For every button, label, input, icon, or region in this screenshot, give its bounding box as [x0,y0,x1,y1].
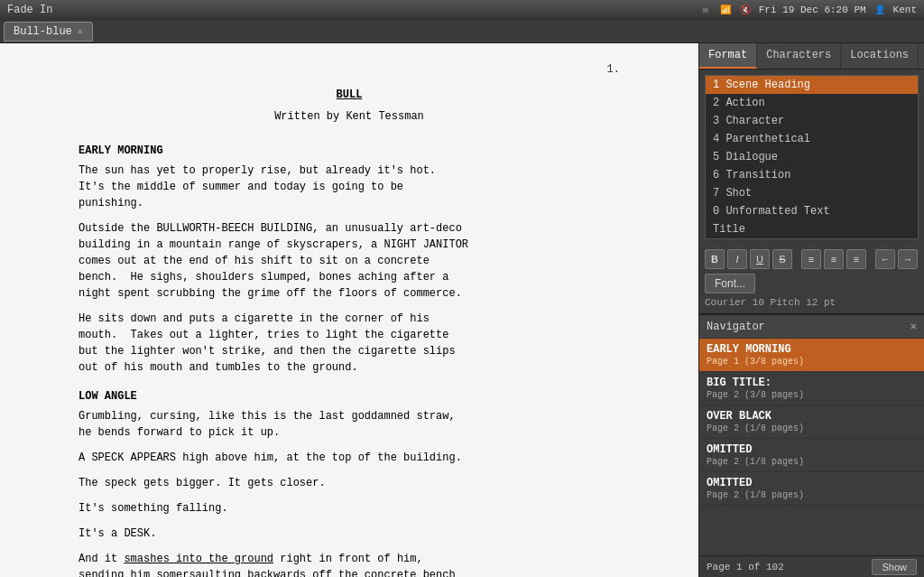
action-5: A SPECK APPEARS high above him, at the t… [79,450,620,466]
indent-increase-button[interactable]: → [898,249,918,269]
tab-characters[interactable]: Characters [757,43,841,69]
nav-item-sub-3: Page 2 (1/8 pages) [707,457,917,467]
main-area: 1. BULL Written by Kent Tessman EARLY MO… [0,43,924,577]
nav-item-4[interactable]: OMITTED Page 2 (1/8 pages) [699,472,924,506]
font-info: Courier 10 Pitch 12 pt [699,297,924,313]
strikethrough-button[interactable]: S [772,249,792,269]
nav-item-title-4: OMITTED [707,477,917,489]
font-button[interactable]: Font... [705,274,755,293]
navigator-title: Navigator [707,321,765,333]
action-2: Outside the BULLWORTH-BEECH BUILDING, an… [79,220,620,302]
panel-tabs: Format Characters Locations Other [699,43,924,70]
format-item-parenthetical[interactable]: 4 Parenthetical [706,130,918,148]
format-toolbar: B I U S ≡ ≡ ≡ ← → [699,245,924,274]
tab-other[interactable]: Other [919,43,924,69]
signal-icon: 📶 [719,4,732,16]
nav-item-3[interactable]: OMITTED Page 2 (1/8 pages) [699,439,924,472]
bottom-bar: Page 1 of 102 Show [699,555,924,577]
format-item-action[interactable]: 2 Action [706,94,918,112]
nav-item-sub-2: Page 2 (1/8 pages) [707,423,917,433]
action-9: And it smashes into the ground right in … [79,551,620,577]
format-item-shot[interactable]: 7 Shot [706,184,918,202]
user-icon: 👤 [873,4,886,16]
title-bar-right: ✉ 📶 🔇 Fri 19 Dec 6:20 PM 👤 Kent [699,4,917,16]
right-panel: Format Characters Locations Other 1 Scen… [698,43,924,577]
indent-decrease-button[interactable]: ← [875,249,895,269]
nav-item-sub-4: Page 2 (1/8 pages) [707,490,917,500]
tab-bar: Bull-blue ✕ [0,20,924,43]
format-item-character[interactable]: 3 Character [706,112,918,130]
format-item-scene-heading[interactable]: 1 Scene Heading [706,76,918,94]
title-bar: Fade In ✉ 📶 🔇 Fri 19 Dec 6:20 PM 👤 Kent [0,0,924,20]
tab-locations[interactable]: Locations [841,43,919,69]
action-1: The sun has yet to properly rise, but al… [79,163,620,211]
format-item-unformatted[interactable]: 0 Unformatted Text [706,202,918,220]
script-title: BULL [79,87,620,103]
nav-item-sub-1: Page 2 (3/8 pages) [707,390,917,400]
document-tab[interactable]: Bull-blue ✕ [4,22,93,42]
action-6: The speck gets bigger. It gets closer. [79,475,620,491]
underline-button[interactable]: U [750,249,770,269]
action-7: It's something falling. [79,500,620,517]
format-list: 1 Scene Heading 2 Action 3 Character 4 P… [705,75,919,239]
page-number: 1. [79,61,620,78]
bold-button[interactable]: B [705,249,725,269]
envelope-icon[interactable]: ✉ [699,4,712,16]
underline-text: smashes into the ground [124,553,273,565]
editor-inner: 1. BULL Written by Kent Tessman EARLY MO… [42,43,656,577]
align-center-button[interactable]: ≡ [824,249,844,269]
nav-item-title-0: EARLY MORNING [707,343,917,356]
tab-format[interactable]: Format [699,43,757,69]
format-item-dialogue[interactable]: 5 Dialogue [706,148,918,166]
align-right-button[interactable]: ≡ [846,249,866,269]
tab-label: Bull-blue [14,25,72,38]
script-author: Written by Kent Tessman [79,108,620,125]
navigator-panel: Navigator ✕ EARLY MORNING Page 1 (3/8 pa… [699,313,924,577]
speaker-icon[interactable]: 🔇 [739,4,752,16]
app-title: Fade In [7,4,52,16]
align-left-button[interactable]: ≡ [801,249,821,269]
page-info: Page 1 of 102 [707,562,784,572]
scene-heading-1: EARLY MORNING [79,143,620,159]
format-panel: Format Characters Locations Other 1 Scen… [699,43,924,313]
action-3: He sits down and puts a cigarette in the… [79,311,620,376]
scene-heading-2: LOW ANGLE [79,388,620,405]
nav-item-1[interactable]: BIG TITLE: Page 2 (3/8 pages) [699,372,924,405]
datetime: Fri 19 Dec 6:20 PM [759,5,866,15]
tab-close-icon[interactable]: ✕ [78,26,83,37]
editor-area[interactable]: 1. BULL Written by Kent Tessman EARLY MO… [0,43,698,577]
show-button[interactable]: Show [872,559,917,575]
navigator-header: Navigator ✕ [699,315,924,339]
italic-button[interactable]: I [727,249,747,269]
navigator-close-icon[interactable]: ✕ [910,320,917,333]
nav-item-title-1: BIG TITLE: [707,377,917,389]
nav-item-2[interactable]: OVER BLACK Page 2 (1/8 pages) [699,405,924,439]
nav-item-title-3: OMITTED [707,443,917,456]
nav-item-0[interactable]: EARLY MORNING Page 1 (3/8 pages) [699,339,924,372]
format-item-transition[interactable]: 6 Transition [706,166,918,184]
username: Kent [893,5,917,15]
action-8: It's a DESK. [79,526,620,542]
action-4: Grumbling, cursing, like this is the las… [79,408,620,441]
format-item-title[interactable]: Title [706,220,918,238]
navigator-list[interactable]: EARLY MORNING Page 1 (3/8 pages) BIG TIT… [699,339,924,555]
nav-item-sub-0: Page 1 (3/8 pages) [707,357,917,367]
nav-item-title-2: OVER BLACK [707,410,917,423]
